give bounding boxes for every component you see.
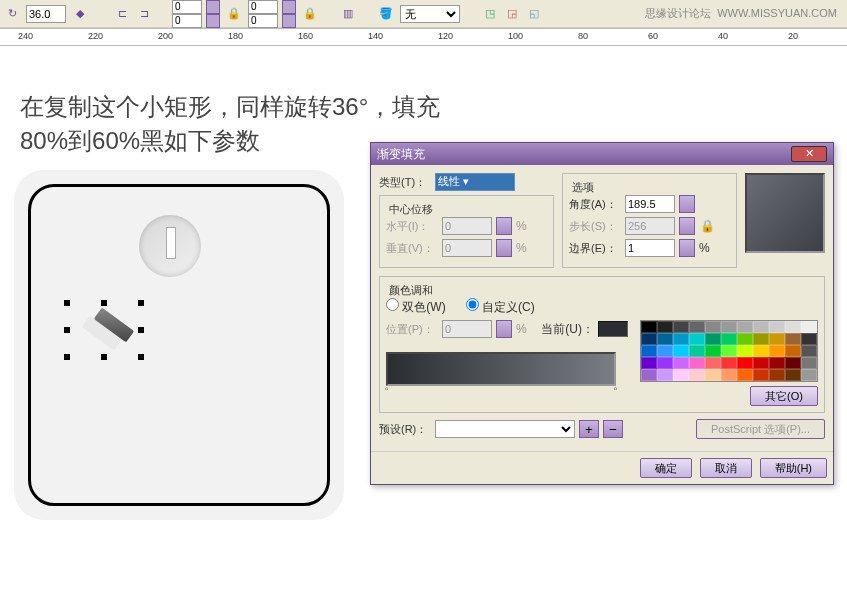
lock-step-icon[interactable]: 🔒 [699,218,715,234]
custom-radio[interactable]: 自定义(C) [466,298,535,316]
swatch[interactable] [689,333,705,345]
swatch[interactable] [641,357,657,369]
swatch[interactable] [801,333,817,345]
swatch[interactable] [801,345,817,357]
tool-c-icon[interactable]: ◱ [526,6,542,22]
swatch[interactable] [705,333,721,345]
rotate-icon[interactable]: ↻ [4,6,20,22]
swatch[interactable] [657,333,673,345]
swatch[interactable] [657,357,673,369]
swatch[interactable] [753,369,769,381]
swatch[interactable] [641,321,657,333]
swatch[interactable] [721,321,737,333]
swatch[interactable] [737,333,753,345]
swatch[interactable] [769,321,785,333]
y2-spin[interactable] [282,14,296,28]
postscript-options-button: PostScript 选项(P)... [696,419,825,439]
swatch[interactable] [705,321,721,333]
align-left-icon[interactable]: ⊏ [114,6,130,22]
swatch[interactable] [801,357,817,369]
lock2-icon[interactable]: 🔒 [302,6,318,22]
preset-remove-button[interactable]: − [603,420,623,438]
knob-shape [139,215,201,277]
swatch[interactable] [737,321,753,333]
swatch[interactable] [705,357,721,369]
bucket-icon[interactable]: 🪣 [378,6,394,22]
x1-spin[interactable] [206,0,220,14]
ok-button[interactable]: 确定 [640,458,692,478]
swatch[interactable] [753,333,769,345]
angle-field[interactable] [625,195,675,213]
swatch[interactable] [769,333,785,345]
angle-input[interactable] [26,5,66,23]
fill-select[interactable]: 无 [400,5,460,23]
help-button[interactable]: 帮助(H) [760,458,827,478]
two-color-radio[interactable]: 双色(W) [386,298,446,316]
swatch[interactable] [705,345,721,357]
selection-rect[interactable] [64,300,144,360]
swatch[interactable] [657,321,673,333]
dialog-titlebar[interactable]: 渐变填充 ✕ [371,143,833,165]
position-spin [496,320,512,338]
swatch[interactable] [673,321,689,333]
x2-input[interactable] [248,0,278,14]
swatch[interactable] [641,369,657,381]
swatch[interactable] [689,321,705,333]
tool-a-icon[interactable]: ◳ [482,6,498,22]
swatch[interactable] [769,357,785,369]
swatch[interactable] [673,357,689,369]
current-swatch[interactable] [598,321,628,337]
swatch[interactable] [721,369,737,381]
swatch[interactable] [753,345,769,357]
lock1-icon[interactable]: 🔒 [226,6,242,22]
swatch[interactable] [673,333,689,345]
swatch[interactable] [657,345,673,357]
swatch[interactable] [689,357,705,369]
spinner-icon[interactable]: ◆ [72,6,88,22]
align-right-icon[interactable]: ⊐ [136,6,152,22]
swatch[interactable] [673,345,689,357]
x2-spin[interactable] [282,0,296,14]
swatch[interactable] [769,345,785,357]
preset-select[interactable] [435,420,575,438]
swatch[interactable] [801,369,817,381]
swatch[interactable] [753,357,769,369]
preset-add-button[interactable]: + [579,420,599,438]
type-select[interactable]: 线性 ▾ [435,173,515,191]
cancel-button[interactable]: 取消 [700,458,752,478]
swatch[interactable] [737,369,753,381]
close-icon[interactable]: ✕ [791,146,827,162]
swatch[interactable] [785,369,801,381]
swatch[interactable] [737,345,753,357]
swatch[interactable] [721,345,737,357]
y2-input[interactable] [248,14,278,28]
edge-spin[interactable] [679,239,695,257]
swatch[interactable] [785,333,801,345]
swatch[interactable] [737,357,753,369]
swatch[interactable] [785,357,801,369]
swatch[interactable] [673,369,689,381]
swatch[interactable] [785,321,801,333]
tool-b-icon[interactable]: ◲ [504,6,520,22]
swatch-palette[interactable] [640,320,818,382]
gradient-bar[interactable]: ▫ ▫ [386,352,616,386]
swatch[interactable] [641,345,657,357]
swatch[interactable] [705,369,721,381]
edge-field[interactable] [625,239,675,257]
other-colors-button[interactable]: 其它(O) [750,386,818,406]
arrange-icon[interactable]: ▥ [340,6,356,22]
swatch[interactable] [657,369,673,381]
x1-input[interactable] [172,0,202,14]
swatch[interactable] [753,321,769,333]
swatch[interactable] [785,345,801,357]
swatch[interactable] [769,369,785,381]
angle-spin[interactable] [679,195,695,213]
swatch[interactable] [721,333,737,345]
swatch[interactable] [689,345,705,357]
y1-input[interactable] [172,14,202,28]
swatch[interactable] [689,369,705,381]
y1-spin[interactable] [206,14,220,28]
swatch[interactable] [721,357,737,369]
swatch[interactable] [641,333,657,345]
swatch[interactable] [801,321,817,333]
